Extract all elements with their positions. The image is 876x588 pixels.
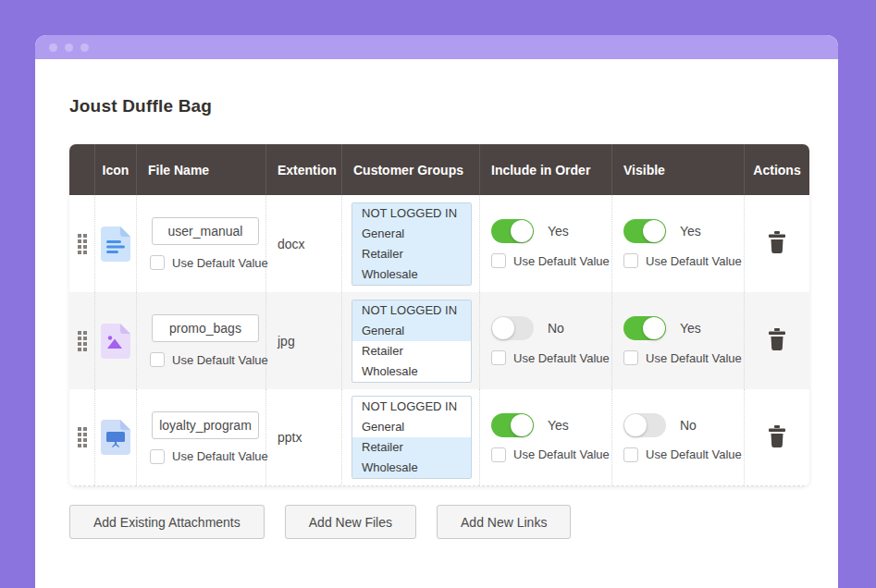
include-in-order-cell: Yes Use Default Value xyxy=(480,389,612,485)
visible-toggle[interactable] xyxy=(623,413,666,437)
image-file-icon xyxy=(101,324,130,359)
include-in-order-cell: Yes Use Default Value xyxy=(480,195,612,292)
drag-cell xyxy=(69,389,95,485)
actions-cell xyxy=(745,195,809,292)
add-new-links-button[interactable]: Add New Links xyxy=(437,505,571,539)
customer-group-option[interactable]: Retailer xyxy=(352,437,471,458)
drag-handle-icon[interactable] xyxy=(78,427,87,447)
footer-button-bar: Add Existing Attachments Add New Files A… xyxy=(69,505,804,539)
file-name-cell: Use Default Value xyxy=(137,389,266,485)
header-drag-column xyxy=(69,144,95,195)
use-default-checkbox[interactable] xyxy=(623,447,638,462)
extension-value: docx xyxy=(278,237,341,251)
table-row: Use Default Value pptx NOT LOGGED INGene… xyxy=(69,389,809,486)
file-name-cell: Use Default Value xyxy=(137,292,266,389)
add-existing-attachments-button[interactable]: Add Existing Attachments xyxy=(69,505,265,539)
delete-button[interactable] xyxy=(764,227,790,260)
customer-group-option[interactable]: Wholesale xyxy=(352,458,471,478)
toggle-state-label: Yes xyxy=(680,321,701,336)
drag-handle-icon[interactable] xyxy=(78,234,87,254)
customer-group-option[interactable]: General xyxy=(352,417,471,437)
customer-group-option[interactable]: Retailer xyxy=(352,341,471,361)
document-file-icon xyxy=(101,227,130,262)
use-default-label: Use Default Value xyxy=(172,353,268,367)
table-row: Use Default Value jpg NOT LOGGED INGener… xyxy=(69,292,809,389)
extension-value: jpg xyxy=(278,334,341,349)
delete-button[interactable] xyxy=(764,422,790,454)
visible-cell: No Use Default Value xyxy=(612,389,745,485)
use-default-label: Use Default Value xyxy=(646,351,742,365)
extension-value: pptx xyxy=(278,430,341,445)
table-header-row: Icon File Name Extention Customer Groups… xyxy=(69,144,809,195)
table-row: Use Default Value docx NOT LOGGED INGene… xyxy=(69,195,809,292)
use-default-label: Use Default Value xyxy=(646,254,742,268)
customer-group-option[interactable]: NOT LOGGED IN xyxy=(352,397,471,417)
header-icon: Icon xyxy=(95,144,137,195)
toggle-state-label: Yes xyxy=(548,418,569,433)
include-in-order-toggle[interactable] xyxy=(491,219,534,243)
icon-cell xyxy=(95,195,137,292)
use-default-checkbox[interactable] xyxy=(150,255,165,270)
header-file-name: File Name xyxy=(137,144,266,195)
extension-cell: docx xyxy=(266,195,342,292)
use-default-checkbox[interactable] xyxy=(150,352,165,367)
window-control-dot[interactable] xyxy=(49,43,57,52)
use-default-checkbox[interactable] xyxy=(491,447,506,462)
toggle-state-label: Yes xyxy=(680,224,701,239)
header-actions: Actions xyxy=(745,144,809,195)
use-default-label: Use Default Value xyxy=(513,447,610,461)
visible-toggle[interactable] xyxy=(623,219,666,243)
actions-cell xyxy=(745,389,809,485)
use-default-checkbox[interactable] xyxy=(150,449,165,464)
customer-group-option[interactable]: NOT LOGGED IN xyxy=(352,203,471,224)
use-default-label: Use Default Value xyxy=(646,447,742,461)
window-titlebar xyxy=(35,35,838,59)
include-in-order-cell: No Use Default Value xyxy=(480,292,612,389)
extension-cell: pptx xyxy=(266,389,342,485)
toggle-state-label: No xyxy=(548,321,564,336)
customer-groups-listbox: NOT LOGGED INGeneralRetailerWholesale xyxy=(352,300,472,383)
customer-groups-listbox: NOT LOGGED INGeneralRetailerWholesale xyxy=(352,396,472,479)
presentation-file-icon xyxy=(101,420,130,455)
add-new-files-button[interactable]: Add New Files xyxy=(285,505,416,539)
drag-cell xyxy=(69,292,95,389)
drag-handle-icon[interactable] xyxy=(78,331,87,351)
header-visible: Visible xyxy=(612,144,745,195)
window-control-dot[interactable] xyxy=(65,43,73,52)
file-name-input[interactable] xyxy=(152,314,259,342)
customer-group-option[interactable]: Wholesale xyxy=(352,361,471,382)
include-in-order-toggle[interactable] xyxy=(491,316,534,340)
file-name-input[interactable] xyxy=(152,411,259,439)
use-default-checkbox[interactable] xyxy=(623,350,638,365)
include-in-order-toggle[interactable] xyxy=(491,413,534,437)
use-default-checkbox[interactable] xyxy=(623,253,638,268)
app-window: Joust Duffle Bag Icon File Name Extentio… xyxy=(35,35,838,588)
file-name-input[interactable] xyxy=(152,217,259,245)
actions-cell xyxy=(745,292,809,389)
use-default-label: Use Default Value xyxy=(513,254,610,268)
icon-cell xyxy=(95,292,137,389)
header-extention: Extention xyxy=(266,144,342,195)
customer-group-option[interactable]: General xyxy=(352,321,471,341)
use-default-checkbox[interactable] xyxy=(491,350,506,365)
customer-group-option[interactable]: Wholesale xyxy=(352,264,471,285)
visible-toggle[interactable] xyxy=(623,316,666,340)
trash-icon xyxy=(768,328,786,350)
visible-cell: Yes Use Default Value xyxy=(612,195,745,292)
file-name-cell: Use Default Value xyxy=(137,195,266,292)
customer-group-option[interactable]: Retailer xyxy=(352,244,471,264)
attachments-table: Icon File Name Extention Customer Groups… xyxy=(69,144,809,486)
window-control-dot[interactable] xyxy=(80,43,89,52)
delete-button[interactable] xyxy=(764,325,790,357)
header-customer-groups: Customer Groups xyxy=(342,144,480,195)
trash-icon xyxy=(768,231,786,253)
use-default-checkbox[interactable] xyxy=(491,253,506,268)
customer-group-option[interactable]: General xyxy=(352,224,471,244)
toggle-state-label: Yes xyxy=(548,224,569,239)
use-default-label: Use Default Value xyxy=(513,351,610,365)
customer-groups-cell: NOT LOGGED INGeneralRetailerWholesale xyxy=(342,195,480,292)
drag-cell xyxy=(69,195,95,292)
customer-group-option[interactable]: NOT LOGGED IN xyxy=(352,300,471,321)
customer-groups-cell: NOT LOGGED INGeneralRetailerWholesale xyxy=(342,389,480,485)
use-default-label: Use Default Value xyxy=(172,256,268,270)
